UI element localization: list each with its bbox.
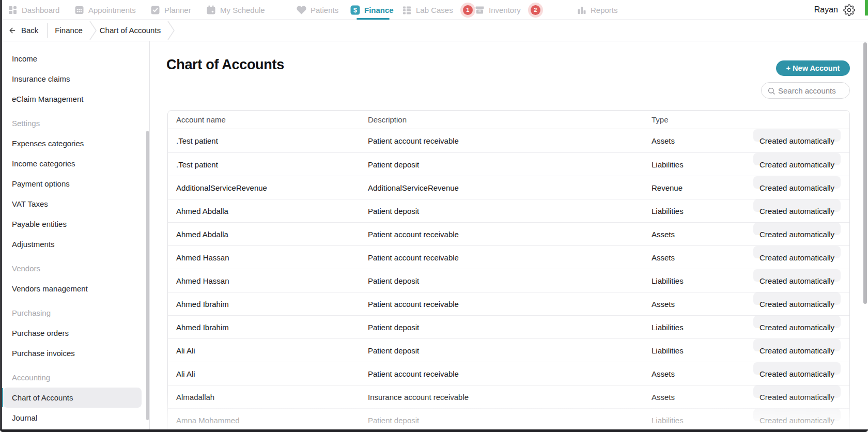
cell-account-name: Ahmed Ibrahim [176, 316, 229, 339]
created-automatically-badge: Created automatically [753, 362, 841, 375]
active-tab-underline [357, 18, 390, 20]
cell-description: Patient deposit [368, 316, 419, 339]
cell-account-name: Ahmed Abdalla [176, 199, 228, 223]
table-row[interactable]: .Test patientPatient depositLiabilitiesC… [168, 152, 849, 176]
cell-description: Patient deposit [368, 339, 419, 362]
sidebar-item-vat-taxes[interactable]: VAT Taxes [3, 194, 142, 214]
table-row[interactable]: Ahmed IbrahimPatient account receivableA… [168, 292, 849, 315]
sidebar-item-purchase-invoices[interactable]: Purchase invoices [3, 343, 142, 363]
nav-item-dashboard[interactable]: Dashboard [7, 0, 59, 20]
sidebar-item-income[interactable]: Income [3, 49, 142, 69]
cell-type: Revenue [652, 176, 683, 199]
table-row[interactable]: Ahmed AbdallaPatient depositLiabilitiesC… [168, 199, 849, 222]
cell-account-name: Ahmed Abdalla [176, 223, 228, 246]
gear-icon[interactable] [843, 4, 855, 16]
sidebar-section-vendors: Vendors [0, 258, 149, 279]
sidebar-item-payment-options[interactable]: Payment options [3, 174, 142, 194]
column-header-account-name: Account name [176, 111, 226, 129]
table-row[interactable]: Ahmed IbrahimPatient depositLiabilitiesC… [168, 315, 849, 338]
cell-type: Assets [652, 246, 675, 269]
table-row[interactable]: Ahmed AbdallaPatient account receivableA… [168, 222, 849, 245]
nav-item-finance[interactable]: $ Finance [350, 0, 394, 20]
cell-type: Assets [652, 292, 675, 316]
breadcrumb-chart-of-accounts[interactable]: Chart of Accounts [100, 26, 161, 35]
window-frame-left [0, 0, 2, 430]
user-menu[interactable]: Rayan [814, 5, 838, 14]
sidebar-section-settings: Settings [0, 113, 149, 133]
created-automatically-badge: Created automatically [753, 409, 841, 421]
back-label: Back [21, 26, 38, 35]
table-header: Account name Description Type [168, 111, 849, 129]
table-row[interactable]: Ali AliPatient account receivableAssetsC… [168, 362, 849, 385]
back-button[interactable]: Back [8, 26, 38, 35]
nav-item-reports[interactable]: Reports [576, 0, 618, 20]
cell-type: Assets [652, 129, 675, 152]
cell-account-name: AdditionalServiceRevenue [176, 176, 267, 199]
nav-item-lab-cases[interactable]: Lab Cases 1 [401, 0, 473, 20]
breadcrumb-divider [47, 23, 48, 38]
nav-item-appointments[interactable]: Appointments [74, 0, 136, 20]
table-row[interactable]: Ahmed HassanPatient depositLiabilitiesCr… [168, 269, 849, 292]
page-title: Chart of Accounts [166, 57, 284, 73]
sidebar-item-chart-of-accounts[interactable]: Chart of Accounts [3, 388, 142, 408]
nav-label: Dashboard [22, 6, 59, 14]
sidebar-item-adjustments[interactable]: Adjustments [3, 234, 142, 254]
nav-item-inventory[interactable]: Inventory 2 [474, 0, 540, 20]
nav-label: Lab Cases [416, 6, 453, 14]
sidebar-item-insurance-claims[interactable]: Insurance claims [3, 69, 142, 89]
search-accounts-input[interactable] [778, 83, 846, 98]
inventory-icon [474, 5, 485, 16]
nav-label: Reports [591, 6, 618, 14]
sidebar-scrollbar[interactable] [146, 131, 149, 420]
sidebar-section-purchasing: Purchasing [0, 303, 149, 323]
sidebar-item-eclaim-management[interactable]: eClaim Management [3, 89, 142, 109]
patients-icon [296, 5, 307, 16]
lab-cases-icon [401, 5, 412, 16]
chevron-right-icon [167, 21, 175, 40]
created-automatically-badge: Created automatically [753, 316, 841, 328]
reports-icon [576, 5, 587, 16]
cell-type: Assets [652, 362, 675, 385]
cell-account-name: Ahmed Hassan [176, 246, 229, 269]
created-automatically-badge: Created automatically [753, 339, 841, 351]
lab-cases-badge: 1 [463, 5, 473, 15]
nav-item-patients[interactable]: Patients [296, 0, 338, 20]
search-accounts-box [761, 82, 850, 99]
cell-account-name: .Test patient [176, 129, 218, 152]
accounts-table: Account name Description Type .Test pati… [167, 110, 850, 432]
main-scrollbar[interactable] [863, 42, 867, 304]
sidebar-item-income-categories[interactable]: Income categories [3, 153, 142, 174]
cell-description: AdditionalServiceRevenue [368, 176, 459, 199]
breadcrumb-finance[interactable]: Finance [55, 26, 82, 35]
table-row[interactable]: Ali AliPatient depositLiabilitiesCreated… [168, 338, 849, 362]
breadcrumb: Back Finance Chart of Accounts [0, 20, 868, 41]
sidebar-item-purchase-orders[interactable]: Purchase orders [3, 323, 142, 343]
table-row[interactable]: AlmadallahInsurance account receivableAs… [168, 385, 849, 408]
cell-account-name: Ahmed Ibrahim [176, 292, 229, 316]
created-automatically-badge: Created automatically [753, 246, 841, 258]
nav-label: My Schedule [220, 6, 265, 14]
sidebar-item-journal[interactable]: Journal [3, 408, 142, 428]
cell-type: Assets [652, 385, 675, 409]
cell-type: Liabilities [652, 199, 684, 223]
created-automatically-badge: Created automatically [753, 153, 841, 165]
my-schedule-icon [206, 5, 216, 16]
sidebar-item-expenses-categories[interactable]: Expenses categories [3, 133, 142, 153]
table-row[interactable]: Amna MohammedPatient depositLiabilitiesC… [168, 408, 849, 431]
nav-item-my-schedule[interactable]: My Schedule [206, 0, 265, 20]
sidebar-item-vendors-management[interactable]: Vendors management [3, 279, 142, 299]
sidebar-item-payable-entities[interactable]: Payable entities [3, 214, 142, 234]
table-row[interactable]: AdditionalServiceRevenueAdditionalServic… [168, 176, 849, 199]
svg-text:$: $ [353, 7, 357, 14]
cell-description: Patient account receivable [368, 292, 459, 316]
cell-description: Patient account receivable [368, 129, 459, 152]
finance-icon: $ [350, 5, 361, 16]
nav-label: Planner [164, 6, 191, 14]
appointments-icon [74, 5, 85, 16]
cell-description: Insurance account receivable [368, 385, 469, 409]
table-row[interactable]: Ahmed HassanPatient account receivableAs… [168, 245, 849, 269]
table-row[interactable]: .Test patientPatient account receivableA… [168, 129, 849, 152]
cell-type: Assets [652, 223, 675, 246]
nav-item-planner[interactable]: Planner [150, 0, 191, 20]
new-account-button[interactable]: + New Account [776, 60, 850, 76]
